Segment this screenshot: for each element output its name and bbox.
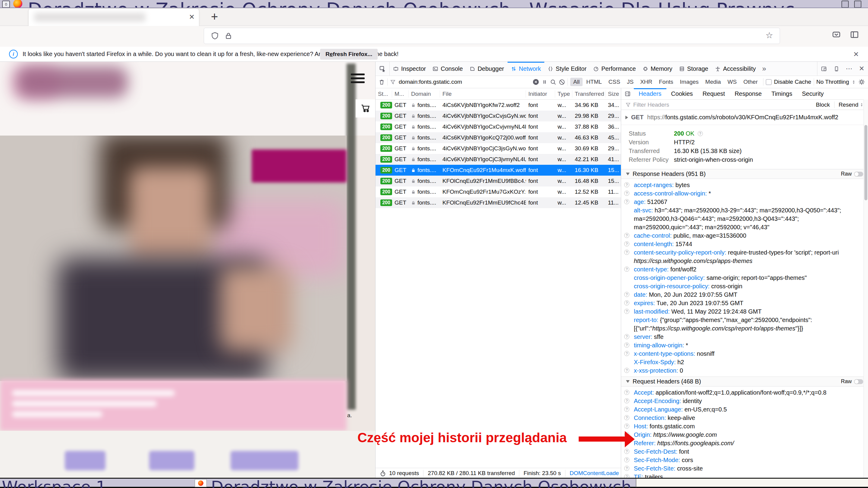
devtools-tab-inspector[interactable]: Inspector <box>390 62 429 76</box>
device-icon[interactable] <box>830 62 843 76</box>
domcontentloaded-link[interactable]: DOMContentLoade <box>565 470 621 477</box>
header-row[interactable]: ?Host: fonts.gstatic.com <box>621 422 868 430</box>
devtools-tab-accessibility[interactable]: Accessibility <box>712 62 759 76</box>
details-tab-response[interactable]: Response <box>730 88 767 99</box>
devtools-tab-storage[interactable]: Storage <box>676 62 712 76</box>
details-tab-cookies[interactable]: Cookies <box>666 88 698 99</box>
meatball-menu-icon[interactable]: ⋯ <box>843 62 855 76</box>
disable-cache-checkbox[interactable] <box>766 79 772 85</box>
request-row[interactable]: 200GETfonts....KFOlCnqEu92Fr1MmEU9fBBc4.… <box>375 175 621 187</box>
header-row[interactable]: ?x-xss-protection: 0 <box>621 366 868 375</box>
lock-icon[interactable] <box>224 32 232 40</box>
header-row[interactable]: ?content-type: font/woff2 <box>621 265 868 273</box>
header-row[interactable]: ?access-control-allow-origin: * <box>621 189 868 198</box>
header-row[interactable]: ?Accept-Encoding: identity <box>621 397 868 405</box>
page-button-blurred[interactable] <box>149 451 194 470</box>
help-icon[interactable]: ? <box>624 449 629 454</box>
type-filter-ws[interactable]: WS <box>724 78 740 86</box>
help-icon[interactable]: ? <box>624 267 629 272</box>
help-icon[interactable]: ? <box>624 457 629 462</box>
type-filter-fonts[interactable]: Fonts <box>656 78 676 86</box>
workspace-label[interactable]: Workspace 1 <box>2 478 106 488</box>
help-icon[interactable]: ? <box>624 466 629 471</box>
type-filter-xhr[interactable]: XHR <box>637 78 655 86</box>
clear-filter-icon[interactable] <box>532 78 539 85</box>
header-row[interactable]: ?Accept-Language: en-US,en;q=0.5 <box>621 405 868 414</box>
block-button[interactable]: Block <box>812 100 834 110</box>
devtools-tab-debugger[interactable]: Debugger <box>466 62 507 76</box>
devtools-tab-console[interactable]: Console <box>429 62 466 76</box>
help-icon[interactable]: ? <box>624 390 629 395</box>
devtools-tab-style-editor[interactable]: Style Editor <box>544 62 590 76</box>
response-headers-section-header[interactable]: Response Headers (951 B) Raw <box>621 169 868 179</box>
network-settings-gear-icon[interactable] <box>858 78 865 85</box>
help-icon[interactable]: ? <box>624 424 629 429</box>
notification-close-icon[interactable]: ✕ <box>853 50 859 59</box>
header-row[interactable]: ?Connection: keep-alive <box>621 414 868 422</box>
help-icon[interactable]: ? <box>624 343 629 348</box>
request-row[interactable]: 200GETfonts....4iCs6KVjbNBYlgoKfw72.woff… <box>375 100 621 110</box>
header-row[interactable]: ?date: Mon, 20 Jun 2022 19:07:55 GMT <box>621 290 868 299</box>
scrollbar-thumb[interactable] <box>864 125 867 200</box>
type-filter-media[interactable]: Media <box>702 78 724 86</box>
column-header[interactable]: Initiator <box>526 90 555 98</box>
help-icon[interactable]: ? <box>624 398 629 403</box>
details-tab-request[interactable]: Request <box>698 88 730 99</box>
type-filter-js[interactable]: JS <box>624 78 637 86</box>
block-requests-icon[interactable] <box>559 79 565 85</box>
header-row[interactable]: ?expires: Tue, 20 Jun 2023 19:07:55 GMT <box>621 299 868 307</box>
request-headers-section-header[interactable]: Request Headers (468 B) Raw <box>621 377 868 387</box>
help-icon[interactable]: ? <box>624 182 629 187</box>
devtools-tab-performance[interactable]: Performance <box>590 62 639 76</box>
header-row[interactable]: cross-origin-opener-policy: same-origin;… <box>621 273 868 282</box>
window-button[interactable] <box>841 1 849 8</box>
throttling-select[interactable]: No Throttling <box>816 78 849 85</box>
page-button-blurred[interactable] <box>230 451 299 470</box>
twisty-collapsed-icon[interactable] <box>625 116 628 119</box>
header-row[interactable]: ?content-security-policy-report-only: re… <box>621 248 868 265</box>
header-row[interactable]: ?server: sffe <box>621 332 868 341</box>
close-icon[interactable]: ✕ <box>855 62 868 76</box>
filter-headers-input[interactable]: Filter Headers <box>633 101 669 108</box>
filter-urls-input[interactable]: domain:fonts.gstatic.com <box>399 78 462 85</box>
header-row[interactable]: alt-svc: h3=":443"; ma=2592000,h3-29=":4… <box>621 206 868 231</box>
help-icon[interactable]: ? <box>624 292 629 297</box>
devtools-tab-network[interactable]: Network <box>507 62 544 76</box>
type-filter-all[interactable]: All <box>570 78 583 86</box>
clear-requests-icon[interactable] <box>378 79 385 85</box>
request-row[interactable]: 200GETfonts....KFOmCnqEu92Fr1Mu4mxK.woff… <box>375 165 621 175</box>
pause-icon[interactable] <box>541 79 548 85</box>
request-row[interactable]: 200GETfonts....KFOmCnqEu92Fr1Mu7GxKOzY.w… <box>375 187 621 197</box>
header-row[interactable]: ?content-length: 15744 <box>621 240 868 248</box>
page-button-blurred[interactable] <box>65 451 105 470</box>
type-filter-css[interactable]: CSS <box>606 78 623 86</box>
column-header[interactable]: Transferred <box>572 90 606 98</box>
raw-toggle[interactable] <box>854 379 863 384</box>
help-icon[interactable]: ? <box>624 334 629 339</box>
help-icon[interactable]: ? <box>624 199 629 204</box>
help-icon[interactable]: ? <box>624 368 629 373</box>
request-row[interactable]: 200GETfonts....4iCv6KVjbNBYlgoCjC3jsGyN.… <box>375 143 621 154</box>
resend-button[interactable]: Resend <box>835 100 868 110</box>
devtools-tab-memory[interactable]: Memory <box>639 62 676 76</box>
column-header[interactable]: File <box>440 90 526 98</box>
column-header[interactable]: Type <box>555 90 572 98</box>
header-row[interactable]: cross-origin-resource-policy: cross-orig… <box>621 282 868 290</box>
details-tab-headers[interactable]: Headers <box>634 88 666 99</box>
type-filter-images[interactable]: Images <box>677 78 702 86</box>
header-row[interactable]: ?Origin: https://www.google.com <box>621 430 868 439</box>
workspace-indicator[interactable]: 0 <box>2 1 10 8</box>
request-row[interactable]: 200GETfonts....4iCv6KVjbNBYlgoCxCvjvmyNL… <box>375 121 621 132</box>
request-row[interactable]: 200GETfonts....4iCs6KVjbNBYlgoKcQ72j00.w… <box>375 132 621 143</box>
pocket-save-icon[interactable] <box>832 30 841 39</box>
header-row[interactable]: ?Sec-Fetch-Dest: font <box>621 447 868 456</box>
sidebar-icon[interactable] <box>850 30 859 39</box>
header-row[interactable]: report-to: {"group":"apps-themes","max_a… <box>621 316 868 332</box>
twisty-expanded-icon[interactable] <box>626 380 629 383</box>
shield-icon[interactable] <box>211 32 219 40</box>
header-row[interactable]: ?cache-control: public, max-age=31536000 <box>621 231 868 240</box>
column-header[interactable]: M... <box>392 90 409 98</box>
request-row[interactable]: 200GETfonts....4iCv6KVjbNBYlgoCxCvjsGyN.… <box>375 110 621 121</box>
help-icon[interactable]: ? <box>624 351 629 356</box>
header-row[interactable]: ?x-content-type-options: nosniff <box>621 350 868 358</box>
